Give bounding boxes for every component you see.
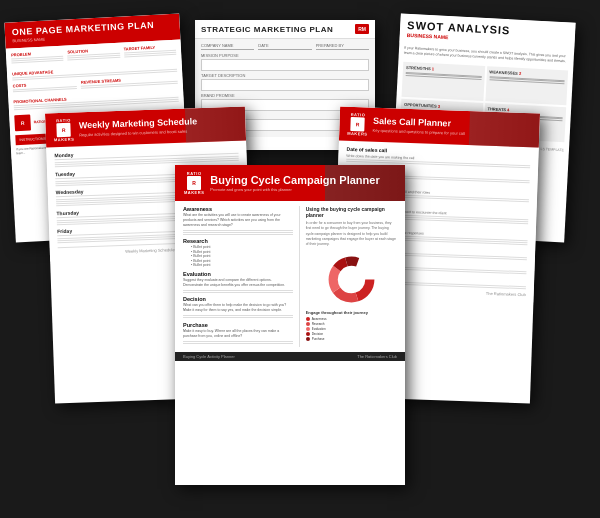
brand-promise-label: BRAND PROMISE	[201, 93, 369, 98]
date-field: DATE	[258, 43, 311, 50]
buying-cycle-planner-card: RATIO R MAKERS Buying Cycle Campaign Pla…	[175, 165, 405, 485]
legend-evaluation-dot	[306, 327, 310, 331]
purchase-section: Purchase Make it easy to buy. Where are …	[183, 322, 293, 343]
research-bullet-3: • Bullet point	[191, 254, 293, 258]
buying-info-col: Using the buying cycle campaign planner …	[299, 206, 397, 347]
legend-evaluation-text: Evaluation	[312, 327, 326, 331]
buying-logo-icon: R	[187, 176, 201, 190]
legend-research-text: Research	[312, 322, 325, 326]
legend-decision: Decision	[306, 332, 397, 336]
buying-donut-chart: Engage throughout their journey Awarenes…	[306, 252, 397, 342]
strategic-logo: RM	[355, 24, 369, 34]
research-section: Research • Bullet point • Bullet point •…	[183, 238, 293, 267]
buying-footer: Buying Cycle Activity Planner The Ratiom…	[175, 352, 405, 361]
legend-decision-dot	[306, 332, 310, 336]
evaluation-text: Suggest they evaluate and compare the di…	[183, 278, 293, 288]
legend-purchase-text: Purchase	[312, 337, 325, 341]
weekly-brand-2: MAKERS	[54, 137, 75, 143]
sales-brand-2: MAKERS	[347, 131, 368, 137]
legend-purchase-dot	[306, 337, 310, 341]
evaluation-title: Evaluation	[183, 271, 293, 277]
buying-panel-title: Using the buying cycle campaign planner	[306, 206, 397, 218]
research-bullet-2: • Bullet point	[191, 250, 293, 254]
purchase-title: Purchase	[183, 322, 293, 328]
buying-body: Awareness What are the activities you wi…	[175, 201, 405, 352]
buying-footer-right: The Ratiomakers Club	[357, 354, 397, 359]
buying-panel-text: In order for a consumer to buy from your…	[306, 221, 397, 247]
swot-weaknesses: WEAKNESSES 2	[485, 66, 568, 105]
mission-label: MISSION PURPOSE	[201, 53, 369, 58]
onepm-logo-icon: R	[14, 115, 31, 132]
donut-legend: Engage throughout their journey Awarenes…	[306, 310, 397, 342]
strategic-title: STRATEGIC MARKETING PLAN	[201, 25, 333, 34]
buying-subtitle: Promote and grow your point with this pl…	[210, 187, 379, 192]
buying-brand-2: MAKERS	[184, 190, 204, 195]
legend-awareness-text: Awareness	[312, 317, 327, 321]
buying-columns: Awareness What are the activities you wi…	[183, 206, 397, 347]
strategic-header: STRATEGIC MARKETING PLAN RM	[195, 20, 375, 39]
company-name-field: COMPANY NAME	[201, 43, 254, 50]
legend-research-dot	[306, 322, 310, 326]
weekly-logo-icon: R	[57, 123, 71, 137]
weekly-title-block: Weekly Marketing Schedule Regular activi…	[79, 117, 198, 137]
decision-text: What can you offer them to help make the…	[183, 303, 293, 313]
sales-logo: RATIO R MAKERS	[347, 112, 368, 137]
awareness-title: Awareness	[183, 206, 293, 212]
buying-title-block: Buying Cycle Campaign Planner Promote an…	[210, 174, 379, 192]
research-bullet-5: • Bullet point	[191, 263, 293, 267]
monday-section: Monday	[54, 146, 238, 167]
buying-header: RATIO R MAKERS Buying Cycle Campaign Pla…	[175, 165, 405, 201]
buying-footer-left: Buying Cycle Activity Planner	[183, 354, 235, 359]
weekly-logo: RATIO R MAKERS	[53, 118, 74, 143]
date-label: DATE	[258, 43, 311, 48]
donut-svg	[324, 252, 379, 307]
prepared-by-field: PREPARED BY	[316, 43, 369, 50]
buying-stages-col: Awareness What are the activities you wi…	[183, 206, 293, 347]
company-name-label: COMPANY NAME	[201, 43, 254, 48]
sales-header: RATIO R MAKERS Sales Call Planner Key qu…	[339, 107, 540, 148]
research-title: Research	[183, 238, 293, 244]
sales-title-block: Sales Call Planner Key questions and que…	[373, 117, 466, 136]
legend-awareness: Awareness	[306, 317, 397, 321]
buying-logo: RATIO R MAKERS	[184, 171, 204, 195]
evaluation-section: Evaluation Suggest they evaluate and com…	[183, 271, 293, 292]
sales-header-bg	[469, 111, 540, 147]
legend-decision-text: Decision	[312, 332, 324, 336]
research-bullet-4: • Bullet point	[191, 259, 293, 263]
buying-title: Buying Cycle Campaign Planner	[210, 174, 379, 186]
target-label: TARGET DESCRIPTION	[201, 73, 369, 78]
legend-awareness-dot	[306, 317, 310, 321]
legend-purchase: Purchase	[306, 337, 397, 341]
purchase-text: Make it easy to buy. Where are all the p…	[183, 329, 293, 339]
swot-strengths: STRENGTHS 1	[402, 62, 485, 101]
weekly-header: RATIO R MAKERS Weekly Marketing Schedule…	[45, 107, 246, 148]
sales-logo-icon: R	[350, 117, 364, 131]
awareness-section: Awareness What are the activities you wi…	[183, 206, 293, 234]
research-bullet-1: • Bullet point	[191, 245, 293, 249]
svg-point-5	[340, 269, 362, 291]
legend-evaluation: Evaluation	[306, 327, 397, 331]
legend-title: Engage throughout their journey	[306, 310, 397, 315]
awareness-text: What are the activities you will use to …	[183, 213, 293, 228]
prepared-by-label: PREPARED BY	[316, 43, 369, 48]
decision-section: Decision What can you offer them to help…	[183, 296, 293, 317]
legend-research: Research	[306, 322, 397, 326]
decision-title: Decision	[183, 296, 293, 302]
